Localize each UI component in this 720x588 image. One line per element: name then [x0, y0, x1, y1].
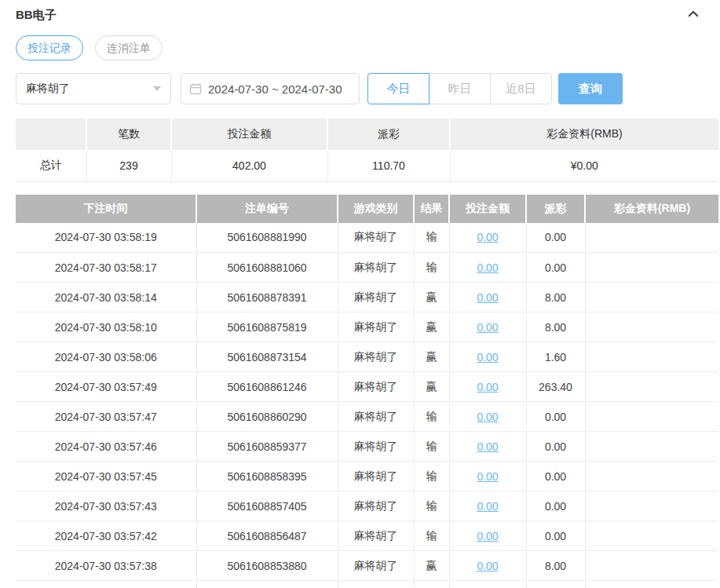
- quick-range-last8days-button[interactable]: 近8日: [490, 73, 552, 104]
- table-row: 2024-07-30 03:57:42 5061608856487 麻将胡了 输…: [16, 521, 718, 551]
- cell-bet-time: 2024-07-30 03:58:10: [16, 312, 196, 342]
- bet-amount-link[interactable]: 0.00: [477, 261, 498, 274]
- cell-bet-time: 2024-07-30 03:58:17: [16, 253, 196, 283]
- cell-jackpot: [585, 432, 718, 462]
- cell-result: 赢: [414, 312, 449, 342]
- cell-bet-time: 2024-07-30 03:57:47: [16, 402, 196, 432]
- cell-result: 输: [414, 491, 449, 521]
- records-col-payout: 派彩: [526, 195, 585, 223]
- cell-payout: 0.00: [526, 462, 585, 491]
- cell-bet-time: 2024-07-30 03:58:06: [16, 342, 196, 372]
- game-select[interactable]: 麻将胡了: [16, 73, 171, 104]
- summary-table: 笔数 投注金额 派彩 彩金资料(RMB) 总计 239 402.00 110.7…: [16, 119, 718, 182]
- summary-total-row: 总计 239 402.00 110.70 ¥0.00: [16, 150, 718, 181]
- bet-amount-link[interactable]: 0.00: [477, 411, 498, 423]
- cell-game: 麻将胡了: [338, 462, 414, 491]
- tab-bet-records[interactable]: 投注记录: [16, 35, 83, 60]
- cell-bet-amount: 0.00: [449, 223, 526, 253]
- bet-amount-link[interactable]: 0.00: [477, 440, 498, 453]
- cell-bet-amount: 0.00: [449, 372, 526, 402]
- game-select-value: 麻将胡了: [26, 82, 153, 96]
- cell-result: 输: [414, 223, 449, 253]
- cell-game: 麻将胡了: [338, 551, 414, 581]
- cell-payout: 0.00: [526, 223, 585, 253]
- cell-jackpot: [585, 402, 718, 432]
- quick-range-yesterday-button[interactable]: 昨日: [429, 73, 491, 104]
- cell-jackpot: [585, 491, 718, 521]
- cell-game: 麻将胡了: [338, 521, 414, 551]
- cell-order-id: 5061608875819: [196, 312, 338, 342]
- bet-amount-link[interactable]: 0.00: [477, 560, 498, 572]
- cell-bet-amount: 0.00: [449, 551, 526, 581]
- table-row: 2024-07-30 03:57:47 5061608860290 麻将胡了 输…: [16, 402, 718, 432]
- cell-jackpot: [585, 521, 718, 551]
- cell-jackpot: [585, 372, 718, 402]
- summary-total-jackpot: ¥0.00: [450, 150, 718, 181]
- cell-jackpot: [585, 283, 718, 312]
- records-table: 下注时间 注单编号 游戏类别 结果 投注金额 派彩 彩金资料(RMB) 2024…: [16, 195, 718, 588]
- cell-payout: 0.00: [526, 402, 585, 432]
- table-row: 2024-07-30 03:58:10 5061608875819 麻将胡了 赢…: [16, 312, 718, 342]
- summary-total-count: 239: [86, 150, 171, 181]
- bet-amount-link[interactable]: 0.00: [477, 470, 498, 483]
- cell-bet-amount: 0.00: [449, 402, 526, 432]
- cell-jackpot: [585, 223, 718, 253]
- cell-bet-amount: 0.00: [449, 491, 526, 521]
- cell-bet-time: 2024-07-30 03:57:46: [16, 432, 196, 462]
- tab-cancelled-orders[interactable]: 连消注单: [95, 35, 163, 60]
- table-row: 2024-07-30 03:57:45 5061608858395 麻将胡了 输…: [16, 462, 718, 491]
- panel-bb-games: BB电子 投注记录 连消注单 麻将胡了 2024-07-30 ~ 2024-07…: [0, 0, 704, 588]
- date-range-input[interactable]: 2024-07-30 ~ 2024-07-30: [181, 73, 360, 104]
- cell-game: 麻将胡了: [338, 223, 414, 253]
- cell-order-id: 5061608858395: [196, 462, 338, 491]
- bet-amount-link[interactable]: 0.00: [477, 351, 498, 363]
- cell-result: 赢: [414, 372, 449, 402]
- cell-result: 输: [414, 521, 449, 551]
- cell-game: 麻将胡了: [338, 342, 414, 372]
- cell-result: 赢: [414, 283, 449, 312]
- cell-game: 麻将胡了: [338, 283, 414, 312]
- cell-game: 麻将胡了: [338, 312, 414, 342]
- cell-bet-amount: 0.00: [449, 342, 526, 372]
- cell-jackpot: [585, 342, 718, 372]
- bet-amount-link[interactable]: 0.00: [477, 231, 498, 243]
- bet-amount-link[interactable]: 0.00: [477, 321, 498, 334]
- cell-bet-amount: 0.00: [449, 521, 526, 551]
- search-button[interactable]: 查询: [558, 73, 623, 104]
- cell-result: 输: [414, 402, 449, 432]
- bet-amount-link[interactable]: 0.00: [477, 381, 498, 393]
- summary-total-payout: 110.70: [327, 150, 450, 181]
- cell-order-id: 5061608881060: [196, 253, 338, 283]
- cell-jackpot: [585, 551, 718, 581]
- summary-col-bet-amount: 投注金额: [171, 119, 327, 150]
- bet-amount-link[interactable]: 0.00: [477, 530, 498, 542]
- cell-bet-time: 2024-07-30 03:57:45: [16, 462, 196, 491]
- cell-bet-time: 2024-07-30 03:57:38: [16, 551, 196, 581]
- bet-amount-link[interactable]: 0.00: [477, 500, 498, 513]
- table-row: 2024-07-30 03:57:43 5061608857405 麻将胡了 输…: [16, 491, 718, 521]
- tab-bar: 投注记录 连消注单: [16, 35, 704, 60]
- summary-col-blank: [16, 119, 86, 150]
- cell-payout: 0.00: [526, 253, 585, 283]
- cell-payout: 8.00: [526, 312, 585, 342]
- cell-payout: 8.00: [526, 283, 585, 312]
- cell-jackpot: [585, 312, 718, 342]
- cell-game: 麻将胡了: [338, 372, 414, 402]
- cell-result: 赢: [414, 551, 449, 581]
- collapse-button[interactable]: [684, 5, 703, 24]
- cell-payout: 1.60: [526, 342, 585, 372]
- quick-range-today-button[interactable]: 今日: [367, 73, 429, 104]
- table-row: 2024-07-30 03:57:38 5061608853880 麻将胡了 赢…: [16, 551, 718, 581]
- panel-header: BB电子: [16, 5, 704, 25]
- page-title: BB电子: [16, 8, 57, 23]
- cell-payout: 0.00: [526, 521, 585, 551]
- cell-order-id: 5061608853880: [196, 551, 338, 581]
- bet-amount-link[interactable]: 0.00: [477, 291, 498, 304]
- cell-bet-time: 2024-07-30 03:57:49: [16, 372, 196, 402]
- table-row: 2024-07-30 03:57:46 5061608859377 麻将胡了 输…: [16, 432, 718, 462]
- summary-total-bet-amount: 402.00: [171, 150, 327, 181]
- cell-payout: 8.00: [526, 551, 585, 581]
- cell-order-id: 5061608878391: [196, 283, 338, 312]
- table-row: 2024-07-30 03:57:49 5061608861246 麻将胡了 赢…: [16, 372, 718, 402]
- cell-bet-time: 2024-07-30 03:58:14: [16, 283, 196, 312]
